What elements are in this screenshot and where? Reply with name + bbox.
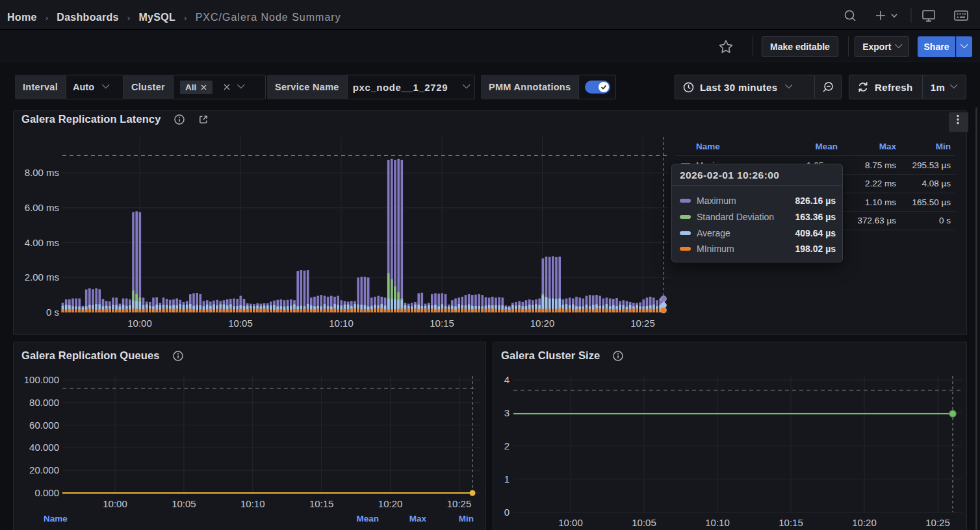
svg-text:10:25: 10:25 (630, 318, 655, 329)
svg-text:10:10: 10:10 (705, 517, 730, 528)
svg-text:4.08 µs: 4.08 µs (922, 179, 951, 188)
svg-text:Name: Name (44, 514, 68, 524)
svg-text:2.22 ms: 2.22 ms (865, 179, 896, 188)
svg-text:80.000: 80.000 (29, 397, 59, 408)
svg-text:6.00 ms: 6.00 ms (25, 202, 59, 213)
svg-text:10:05: 10:05 (632, 517, 656, 528)
svg-text:Mean: Mean (356, 514, 379, 524)
svg-text:60.000: 60.000 (29, 420, 59, 431)
svg-text:10:10: 10:10 (240, 498, 265, 509)
svg-text:10:20: 10:20 (378, 498, 403, 509)
svg-text:165.50 µs: 165.50 µs (912, 197, 951, 207)
svg-text:8.00 ms: 8.00 ms (25, 167, 59, 178)
svg-text:40.000: 40.000 (29, 442, 59, 453)
svg-text:10:00: 10:00 (127, 318, 152, 329)
svg-text:10:10: 10:10 (329, 318, 354, 329)
svg-text:Max: Max (879, 142, 897, 151)
svg-text:4.00 ms: 4.00 ms (25, 237, 59, 248)
svg-text:2.00 ms: 2.00 ms (25, 271, 59, 283)
svg-text:10:15: 10:15 (779, 517, 803, 528)
svg-text:10:15: 10:15 (309, 498, 334, 509)
svg-text:20.000: 20.000 (29, 464, 59, 475)
svg-text:10:20: 10:20 (852, 517, 877, 528)
svg-text:2: 2 (504, 440, 509, 451)
svg-text:0 s: 0 s (46, 307, 59, 318)
svg-text:3: 3 (504, 407, 509, 418)
svg-text:Mean: Mean (815, 142, 838, 151)
svg-text:372.63 µs: 372.63 µs (857, 216, 896, 225)
svg-text:4: 4 (504, 374, 509, 385)
svg-text:10:25: 10:25 (925, 517, 950, 528)
svg-text:10:05: 10:05 (228, 318, 253, 329)
svg-text:1.10 ms: 1.10 ms (865, 197, 896, 207)
svg-text:10:00: 10:00 (103, 498, 127, 509)
svg-text:Max: Max (409, 514, 427, 524)
svg-text:Min: Min (936, 142, 951, 151)
svg-text:10:20: 10:20 (530, 318, 555, 329)
svg-text:8.75 ms: 8.75 ms (865, 160, 896, 170)
svg-text:10:00: 10:00 (558, 517, 583, 528)
svg-text:Name: Name (696, 142, 720, 151)
svg-text:1: 1 (504, 473, 509, 485)
svg-text:10:05: 10:05 (172, 498, 196, 509)
svg-text:0.000: 0.000 (34, 487, 59, 498)
svg-text:10:15: 10:15 (430, 318, 454, 329)
svg-text:295.53 µs: 295.53 µs (912, 160, 951, 170)
svg-text:0 s: 0 s (939, 216, 951, 225)
svg-text:100.000: 100.000 (24, 374, 59, 385)
svg-text:0: 0 (504, 507, 509, 518)
svg-text:10:25: 10:25 (447, 498, 472, 509)
svg-text:Min: Min (459, 514, 474, 524)
